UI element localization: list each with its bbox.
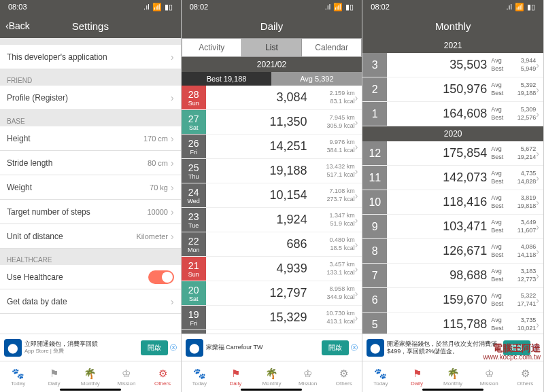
healthcare-toggle[interactable] [148,270,174,284]
daily-row[interactable]: 27Sat11,3507.945 km305.9 kcal› [182,110,362,135]
tab-daily[interactable]: ⚑Daily [218,361,254,392]
monthly-row[interactable]: 5115,788Avg3,735Best10,021› [362,313,543,334]
monthly-pane: 08:02.ıl📶▮▯ Monthly 2021 335,503Avg3,944… [362,0,544,392]
dev-app-row[interactable]: This developer's application› [0,45,181,69]
daily-row[interactable]: 19Fri15,32910.730 km413.1 kcal› [182,306,362,330]
step-count: 11,350 [206,115,313,129]
tab-daily[interactable]: ⚑Daily [398,361,435,392]
get-data-row[interactable]: Get data by date› [0,289,181,314]
tab-today[interactable]: 🐾Today [362,361,398,392]
step-count: 12,797 [206,286,313,300]
date-cell: 19Fri [182,306,206,329]
tab-others[interactable]: ⚙Others [507,361,543,392]
back-button[interactable]: ‹ Back [5,20,30,31]
step-count: 4,939 [206,262,313,276]
step-total: 175,854 [387,146,491,160]
avg-best: Avg5,672Best19,214 [491,145,536,161]
monthly-row[interactable]: 335,503Avg3,944Best5,949› [362,53,543,77]
distance-cal: 0.480 km18.5 kcal [313,236,355,252]
daily-row[interactable]: 20Sat12,7978.958 km344.9 kcal› [182,281,362,306]
step-count: 10,154 [206,188,313,202]
segment-control: Activity List Calendar [182,38,362,57]
flag-icon: ⚑ [50,368,58,380]
tab-monthly[interactable]: 🌴Monthly [72,361,108,392]
ad-close-icon[interactable]: ⓧ [170,343,177,353]
chevron-icon: › [355,117,358,128]
daily-row[interactable]: 21Sun4,9393.457 km133.1 kcal› [182,257,362,281]
seg-activity[interactable]: Activity [182,39,242,56]
monthly-row[interactable]: 1164,608Avg5,309Best12,576› [362,102,543,126]
stride-row[interactable]: Stride length80 cm› [0,151,181,175]
ad-banner[interactable]: ⬤家樂福 Carrefour TW開啟ⓧ [182,334,362,361]
monthly-row[interactable]: 798,688Avg3,183Best12,773› [362,264,543,288]
tab-today[interactable]: 🐾Today [182,361,218,392]
month-cell: 7 [362,264,387,287]
tab-mission[interactable]: ♔Mission [108,361,144,392]
step-total: 98,688 [387,268,491,283]
monthly-row[interactable]: 9103,471Avg3,449Best11,607› [362,215,543,239]
monthly-row[interactable]: 10118,416Avg3,819Best19,818› [362,190,543,215]
page-title: Monthly [435,20,471,32]
target-row[interactable]: Target number of steps10000› [0,200,181,224]
height-row[interactable]: Height170 cm› [0,126,181,151]
tab-monthly[interactable]: 🌴Monthly [254,361,290,392]
daily-row[interactable]: 28Sun3,0842.159 km83.1 kcal› [182,86,362,110]
monthly-list[interactable]: 335,503Avg3,944Best5,949›2150,976Avg5,39… [362,53,543,334]
page-title: Daily [260,20,283,32]
tab-bar: 🐾Today ⚑Daily 🌴Monthly ♔Mission ⚙Others [362,361,543,392]
chevron-icon: › [536,84,539,95]
step-count: 14,251 [206,139,313,154]
tab-others[interactable]: ⚙Others [326,361,362,392]
ad-close-icon[interactable]: ⓧ [351,343,358,353]
step-total: 115,788 [387,317,491,332]
step-count: 19,188 [206,164,313,178]
crown-icon: ♔ [122,368,131,380]
daily-row[interactable]: 22Mon6860.480 km18.5 kcal› [182,232,362,257]
monthly-row[interactable]: 12175,854Avg5,672Best19,214› [362,141,543,166]
daily-row[interactable]: 26Fri14,2519.976 km384.1 kcal› [182,135,362,159]
month-cell: 1 [362,102,387,126]
date-cell: 22Mon [182,232,206,256]
avg-best: Avg3,819Best19,818 [491,194,536,210]
chevron-icon: › [536,173,539,183]
home-indicator [60,389,121,391]
date-cell: 28Sun [182,86,206,109]
tab-today[interactable]: 🐾Today [0,361,36,392]
year-2020: 2020 [362,126,543,141]
section-healthcare: HEALTHCARE [0,249,181,265]
monthly-row[interactable]: 8126,671Avg4,086Best14,118› [362,239,543,264]
daily-row[interactable]: 23Tue1,9241.347 km51.9 kcal› [182,208,362,232]
step-count: 15,329 [206,310,313,325]
seg-calendar[interactable]: Calendar [302,39,361,56]
ad-open-button[interactable]: 開啟 [322,340,349,355]
step-count: 686 [206,237,313,251]
date-cell: 23Tue [182,208,206,232]
step-count: 1,924 [206,213,313,227]
monthly-row[interactable]: 11142,073Avg4,735Best14,828› [362,166,543,190]
tab-mission[interactable]: ♔Mission [290,361,326,392]
step-total: 118,416 [387,195,491,209]
profile-row[interactable]: Profile (Register)› [0,86,181,110]
chevron-icon: › [536,148,539,159]
tab-others[interactable]: ⚙Others [145,361,181,392]
chevron-icon: › [536,319,539,330]
tab-mission[interactable]: ♔Mission [471,361,507,392]
seg-list[interactable]: List [242,39,302,56]
month-cell: 3 [362,53,387,77]
daily-row[interactable]: 24Wed10,1547.108 km273.7 kcal› [182,183,362,208]
palm-icon: 🌴 [84,368,97,380]
daily-list[interactable]: 28Sun3,0842.159 km83.1 kcal›27Sat11,3507… [182,86,362,334]
tab-daily[interactable]: ⚑Daily [36,361,72,392]
tab-monthly[interactable]: 🌴Monthly [435,361,471,392]
unit-row[interactable]: Unit of distanceKilometer› [0,224,181,249]
status-bar: 08:02.ıl📶▮▯ [362,0,543,14]
monthly-row[interactable]: 6159,670Avg5,322Best17,741› [362,288,543,313]
step-total: 150,976 [387,82,491,96]
ad-banner[interactable]: ⬤立即開通錢包，消費享回饋App Store | 免費開啟ⓧ [0,334,181,361]
daily-row[interactable]: 25Thu19,18813.432 km517.1 kcal› [182,159,362,183]
monthly-row[interactable]: 2150,976Avg5,392Best19,188› [362,77,543,102]
weight-row[interactable]: Weight70 kg› [0,175,181,200]
avg-best: Avg5,309Best12,576 [491,106,536,122]
distance-cal: 2.159 km83.1 kcal [313,90,355,105]
ad-open-button[interactable]: 開啟 [141,340,168,355]
